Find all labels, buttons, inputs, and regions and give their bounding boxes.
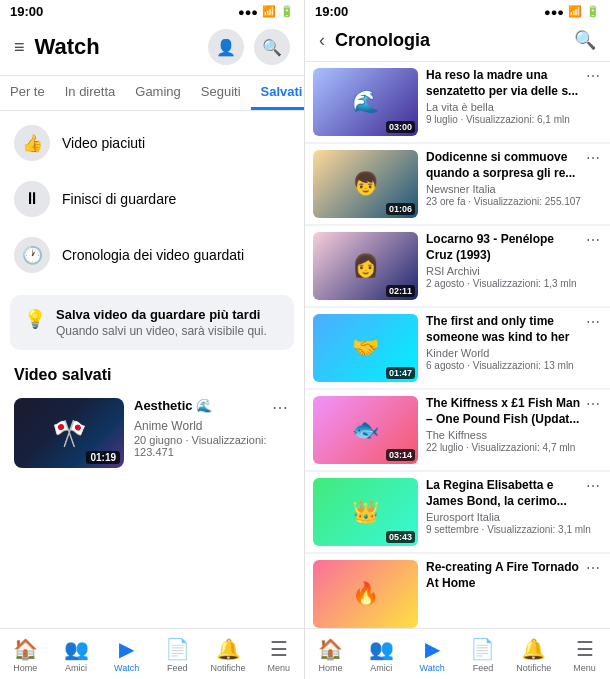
right-video-duration-4: 03:14 [386, 449, 415, 461]
right-friends-icon: 👥 [369, 637, 394, 661]
liked-icon: 👍 [14, 125, 50, 161]
anime-thumb-visual: 🎌 [52, 417, 87, 450]
right-video-thumb-0: 🌊 03:00 [313, 68, 418, 136]
right-video-item[interactable]: 👑 05:43 La Regina Elisabetta e James Bon… [305, 472, 610, 552]
right-video-thumb-5: 👑 05:43 [313, 478, 418, 546]
right-video-title-row-4: The Kiffness x £1 Fish Man – One Pound F… [426, 396, 602, 427]
feed-icon: 📄 [165, 637, 190, 661]
right-video-item[interactable]: 👩 02:11 Locarno 93 - Penélope Cruz (1993… [305, 226, 610, 306]
left-nav-notifiche[interactable]: 🔔 Notifiche [203, 635, 254, 675]
menu-item-liked[interactable]: 👍 Video piaciuti [0, 115, 304, 171]
right-video-duration-5: 05:43 [386, 531, 415, 543]
right-status-bar: 19:00 ●●● 📶 🔋 [305, 0, 610, 19]
tabs-row: Per te In diretta Gaming Seguiti Salvati [0, 76, 304, 111]
right-time: 19:00 [315, 4, 348, 19]
right-video-meta-4: 22 luglio · Visualizzazioni: 4,7 mln [426, 442, 602, 453]
saved-video-thumb: 🎌 01:19 [14, 398, 124, 468]
menu-items: 👍 Video piaciuti ⏸ Finisci di guardare 🕐… [0, 111, 304, 287]
notifications-icon: 🔔 [216, 637, 241, 661]
saved-video-card[interactable]: 🎌 01:19 Aesthetic 🌊 ⋯ Anime World 20 giu… [0, 390, 304, 476]
right-video-item[interactable]: 🌊 03:00 Ha reso la madre una senzatetto … [305, 62, 610, 142]
right-video-info-5: La Regina Elisabetta e James Bond, la ce… [426, 478, 602, 546]
left-nav-amici[interactable]: 👥 Amici [51, 635, 102, 675]
search-icon: 🔍 [262, 38, 282, 57]
left-nav-menu[interactable]: ☰ Menu [253, 635, 304, 675]
right-video-title-row-0: Ha reso la madre una senzatetto per via … [426, 68, 602, 99]
right-nav-feed[interactable]: 📄 Feed [457, 635, 508, 675]
right-video-more-button-3[interactable]: ⋯ [584, 314, 602, 330]
right-feed-icon: 📄 [470, 637, 495, 661]
right-video-title-row-1: Dodicenne si commuove quando a sorpresa … [426, 150, 602, 181]
right-video-title-6: Re-creating A Fire Tornado At Home [426, 560, 584, 591]
search-button[interactable]: 🔍 [254, 29, 290, 65]
right-video-more-button-5[interactable]: ⋯ [584, 478, 602, 494]
tab-per-te[interactable]: Per te [0, 76, 55, 110]
right-video-item[interactable]: 👦 01:06 Dodicenne si commuove quando a s… [305, 144, 610, 224]
left-header: ≡ Watch 👤 🔍 [0, 19, 304, 76]
menu-icon: ☰ [270, 637, 288, 661]
right-search-icon[interactable]: 🔍 [574, 29, 596, 51]
saved-video-title: Aesthetic 🌊 [134, 398, 270, 415]
right-nav-notifiche[interactable]: 🔔 Notifiche [508, 635, 559, 675]
saved-video-title-row: Aesthetic 🌊 ⋯ [134, 398, 290, 417]
right-header: ‹ Cronologia 🔍 [305, 19, 610, 62]
home-icon: 🏠 [13, 637, 38, 661]
right-video-thumb-6: 🔥 [313, 560, 418, 628]
right-video-title-3: The first and only time someone was kind… [426, 314, 584, 345]
right-video-more-button-2[interactable]: ⋯ [584, 232, 602, 248]
save-info-box: 💡 Salva video da guardare più tardi Quan… [10, 295, 294, 350]
right-video-thumb-1: 👦 01:06 [313, 150, 418, 218]
right-video-item[interactable]: 🔥 Re-creating A Fire Tornado At Home ⋯ [305, 554, 610, 628]
right-video-item[interactable]: 🤝 01:47 The first and only time someone … [305, 308, 610, 388]
right-video-info-0: Ha reso la madre una senzatetto per via … [426, 68, 602, 136]
right-video-more-button-0[interactable]: ⋯ [584, 68, 602, 84]
tab-salvati[interactable]: Salvati [251, 76, 304, 110]
history-icon: 🕐 [14, 237, 50, 273]
menu-label: Menu [267, 663, 290, 673]
save-info-icon: 💡 [24, 308, 46, 330]
right-video-more-button-6[interactable]: ⋯ [584, 560, 602, 576]
watch-nav-icon: ▶ [119, 637, 134, 661]
home-label: Home [13, 663, 37, 673]
profile-button[interactable]: 👤 [208, 29, 244, 65]
left-header-icons: 👤 🔍 [208, 29, 290, 65]
left-panel: 19:00 ●●● 📶 🔋 ≡ Watch 👤 🔍 Per te In dire… [0, 0, 305, 679]
saved-video-duration: 01:19 [86, 451, 120, 464]
menu-item-finish[interactable]: ⏸ Finisci di guardare [0, 171, 304, 227]
right-nav-home[interactable]: 🏠 Home [305, 635, 356, 675]
back-icon[interactable]: ‹ [319, 30, 325, 51]
tab-in-diretta[interactable]: In diretta [55, 76, 126, 110]
saved-video-more-button[interactable]: ⋯ [270, 398, 290, 417]
right-video-title-5: La Regina Elisabetta e James Bond, la ce… [426, 478, 584, 509]
right-video-more-button-4[interactable]: ⋯ [584, 396, 602, 412]
right-nav-amici[interactable]: 👥 Amici [356, 635, 407, 675]
right-thumb-inner-6: 🔥 [313, 560, 418, 628]
left-nav-home[interactable]: 🏠 Home [0, 635, 51, 675]
right-nav-menu[interactable]: ☰ Menu [559, 635, 610, 675]
right-bottom-nav: 🏠 Home 👥 Amici ▶ Watch 📄 Feed 🔔 Notifich… [305, 628, 610, 679]
right-menu-icon: ☰ [576, 637, 594, 661]
right-video-title-row-3: The first and only time someone was kind… [426, 314, 602, 345]
tab-gaming[interactable]: Gaming [125, 76, 191, 110]
right-video-channel-4: The Kiffness [426, 429, 602, 441]
right-title: Cronologia [335, 30, 430, 51]
left-header-left: ≡ Watch [14, 34, 100, 60]
save-info-text: Salva video da guardare più tardi Quando… [56, 307, 267, 338]
right-video-title-row-6: Re-creating A Fire Tornado At Home ⋯ [426, 560, 602, 591]
hamburger-icon[interactable]: ≡ [14, 37, 25, 58]
right-video-more-button-1[interactable]: ⋯ [584, 150, 602, 166]
menu-item-finish-label: Finisci di guardare [62, 191, 176, 207]
right-video-duration-0: 03:00 [386, 121, 415, 133]
right-video-item[interactable]: 🐟 03:14 The Kiffness x £1 Fish Man – One… [305, 390, 610, 470]
right-nav-watch[interactable]: ▶ Watch [407, 635, 458, 675]
right-home-label: Home [318, 663, 342, 673]
left-status-bar: 19:00 ●●● 📶 🔋 [0, 0, 304, 19]
right-video-meta-1: 23 ore fa · Visualizzazioni: 255.107 [426, 196, 602, 207]
tab-seguiti[interactable]: Seguiti [191, 76, 251, 110]
left-nav-feed[interactable]: 📄 Feed [152, 635, 203, 675]
menu-item-history-label: Cronologia dei video guardati [62, 247, 244, 263]
right-video-title-4: The Kiffness x £1 Fish Man – One Pound F… [426, 396, 584, 427]
menu-item-history[interactable]: 🕐 Cronologia dei video guardati [0, 227, 304, 283]
right-video-channel-5: Eurosport Italia [426, 511, 602, 523]
left-nav-watch[interactable]: ▶ Watch [101, 635, 152, 675]
